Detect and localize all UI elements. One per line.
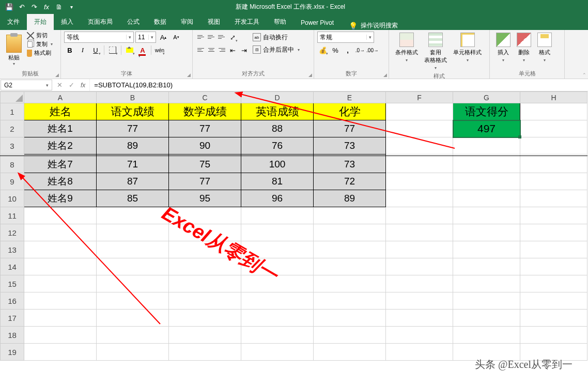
cell-c8[interactable]: 75 [169, 156, 241, 173]
clipboard-launcher[interactable]: ◢ [55, 72, 59, 78]
cell-g9[interactable] [453, 173, 520, 190]
cell-c3[interactable]: 90 [169, 137, 241, 155]
wrap-text-button[interactable]: ab自动换行 [253, 32, 300, 43]
tab-review[interactable]: 审阅 [174, 14, 200, 30]
tab-pivot[interactable]: Power Pivot [293, 16, 341, 30]
font-color-button[interactable]: A [137, 44, 148, 56]
cell-d2[interactable]: 88 [241, 120, 314, 137]
cell-e2[interactable]: 77 [314, 120, 386, 137]
cell-e9[interactable]: 72 [314, 173, 386, 190]
cell-e3[interactable]: 73 [314, 137, 386, 155]
cell-c2[interactable]: 77 [169, 120, 241, 137]
cell-d10[interactable]: 96 [241, 190, 314, 207]
conditional-format-button[interactable]: 条件格式▾ [392, 32, 421, 71]
fill-color-button[interactable] [124, 44, 135, 56]
cell-b3[interactable]: 89 [97, 137, 169, 155]
cell-g10[interactable] [453, 190, 520, 207]
currency-button[interactable]: 💰 [317, 44, 329, 56]
cell-d8[interactable]: 100 [241, 156, 314, 173]
cell-g2[interactable]: 497 [453, 120, 520, 137]
col-header-e[interactable]: E [314, 92, 386, 103]
row-header-16[interactable]: 16 [1, 292, 24, 310]
cell-e10[interactable]: 89 [314, 190, 386, 207]
cell-a9[interactable]: 姓名8 [24, 173, 97, 190]
cell-f3[interactable] [386, 137, 453, 155]
row-header-3[interactable]: 3 [1, 137, 24, 155]
cell-d9[interactable]: 81 [241, 173, 314, 190]
cell-d3[interactable]: 76 [241, 137, 314, 155]
row-header-14[interactable]: 14 [1, 258, 24, 275]
cell-c10[interactable]: 95 [169, 190, 241, 207]
cell-style-button[interactable]: 单元格样式▾ [450, 32, 485, 71]
cell-g8[interactable] [453, 156, 520, 173]
align-bottom-button[interactable] [216, 32, 227, 42]
number-format-combo[interactable]: 常规▾ [317, 32, 374, 43]
comma-button[interactable]: , [342, 44, 353, 56]
border-button[interactable] [107, 44, 118, 56]
bold-button[interactable]: B [64, 44, 75, 56]
increase-decimal-button[interactable]: .0→ [354, 44, 366, 56]
tab-insert[interactable]: 插入 [54, 14, 81, 30]
brush-button[interactable]: 格式刷 [27, 49, 53, 57]
cell-h2[interactable] [520, 120, 587, 137]
row-header-11[interactable]: 11 [1, 207, 24, 224]
phonetic-button[interactable]: wén [154, 44, 165, 56]
col-header-g[interactable]: G [453, 92, 520, 103]
merge-center-button[interactable]: ⊟合并后居中▾ [253, 44, 300, 55]
cell-c1[interactable]: 数学成绩 [169, 103, 241, 120]
cell-f1[interactable] [386, 103, 453, 120]
italic-button[interactable]: I [77, 44, 88, 56]
format-cells-button[interactable]: 格式▾ [534, 32, 555, 69]
accept-formula-icon[interactable]: ✓ [69, 81, 74, 89]
col-header-d[interactable]: D [241, 92, 314, 103]
cell-a3[interactable]: 姓名2 [24, 137, 97, 155]
tab-layout[interactable]: 页面布局 [81, 14, 120, 30]
increase-indent-button[interactable]: ⇥ [238, 44, 250, 56]
cell-a2[interactable]: 姓名1 [24, 120, 97, 137]
col-header-b[interactable]: B [97, 92, 169, 103]
row-header-10[interactable]: 10 [1, 190, 24, 207]
col-header-a[interactable]: A [24, 92, 97, 103]
paste-button[interactable]: 粘贴 ▾ [3, 32, 25, 69]
fx-button[interactable]: fx [81, 82, 85, 89]
preview-icon[interactable]: 🗎 [55, 3, 63, 11]
row-header-19[interactable]: 19 [1, 344, 24, 361]
cell-f10[interactable] [386, 190, 453, 207]
align-launcher[interactable]: ◢ [308, 72, 312, 78]
decrease-font-button[interactable]: A▾ [171, 32, 182, 43]
cell-c9[interactable]: 77 [169, 173, 241, 190]
font-name-combo[interactable]: 等线▾ [64, 32, 134, 43]
percent-button[interactable]: % [330, 44, 341, 56]
row-header-18[interactable]: 18 [1, 327, 24, 344]
cell-d1[interactable]: 英语成绩 [241, 103, 314, 120]
redo-icon[interactable]: ↷ [30, 3, 38, 11]
row-header-15[interactable]: 15 [1, 275, 24, 292]
cell-b10[interactable]: 85 [97, 190, 169, 207]
row-header-2[interactable]: 2 [1, 120, 24, 137]
cell-e1[interactable]: 化学 [314, 103, 386, 120]
table-format-button[interactable]: 套用 表格格式▾ [421, 32, 450, 71]
cell-b2[interactable]: 77 [97, 120, 169, 137]
number-launcher[interactable]: ◢ [383, 72, 387, 78]
copy-button[interactable]: 复制▾ [27, 40, 53, 48]
col-header-f[interactable]: F [386, 92, 453, 103]
tab-data[interactable]: 数据 [147, 14, 174, 30]
cell-g3[interactable] [453, 137, 520, 155]
align-center-button[interactable] [206, 44, 216, 55]
decrease-decimal-button[interactable]: .00→ [367, 44, 378, 56]
row-header-9[interactable]: 9 [1, 173, 24, 190]
cell-f8[interactable] [386, 156, 453, 173]
decrease-indent-button[interactable]: ⇤ [227, 44, 238, 56]
orientation-button[interactable]: ⤢ [227, 32, 238, 43]
undo-icon[interactable]: ↶ [18, 3, 26, 11]
font-size-combo[interactable]: 11▾ [135, 32, 156, 43]
tab-formulas[interactable]: 公式 [120, 14, 147, 30]
cell-h1[interactable] [520, 103, 587, 120]
col-header-c[interactable]: C [169, 92, 241, 103]
cell-h9[interactable] [520, 173, 587, 190]
tab-help[interactable]: 帮助 [267, 14, 293, 30]
cell-e8[interactable]: 73 [314, 156, 386, 173]
increase-font-button[interactable]: A▴ [158, 32, 169, 43]
cell-h3[interactable] [520, 137, 587, 155]
underline-button[interactable]: U [90, 44, 101, 56]
